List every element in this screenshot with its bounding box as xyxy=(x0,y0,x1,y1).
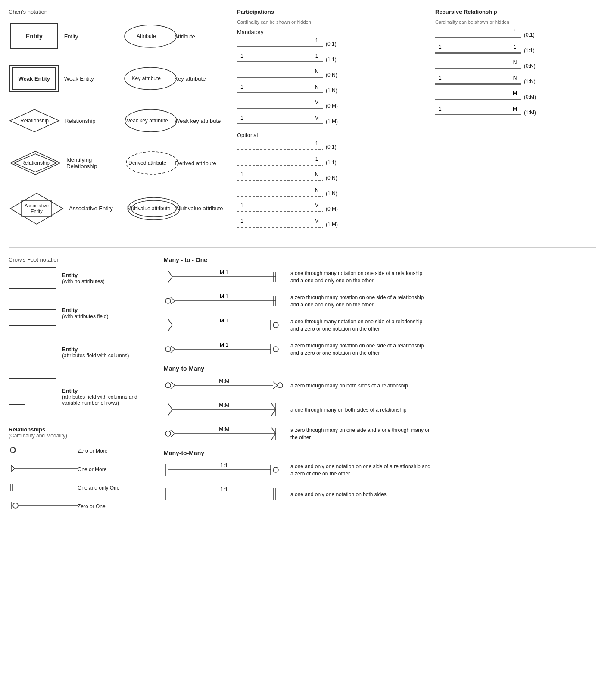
rec-row-11: 1 1 (1:1) xyxy=(435,44,577,56)
diamond-text: Relationship xyxy=(9,118,60,124)
crows-m1-desc-4: a zero through many notation on one side… xyxy=(284,342,431,357)
part-opt-card-0M: (0:M) xyxy=(323,206,345,212)
svg-text:1: 1 xyxy=(514,28,517,34)
rec-row-1M: 1 M (1:M) xyxy=(435,106,577,119)
part-optional-row-01: 1 (0:1) xyxy=(237,141,431,153)
crows-relationships-subtitle: (Cardinality and Modality) xyxy=(9,433,151,439)
participations-title: Participations xyxy=(237,9,431,15)
svg-text:1: 1 xyxy=(240,172,243,178)
svg-text:1: 1 xyxy=(240,53,243,59)
chens-relationship-row: Relationship Relationship Weak key attri… xyxy=(9,106,233,136)
entity-label: Entity xyxy=(60,33,123,40)
svg-line-113 xyxy=(168,403,172,409)
recursive-title: Recursive Relationship xyxy=(435,9,577,15)
svg-point-96 xyxy=(273,322,278,328)
rows-entity-col-right xyxy=(25,388,56,415)
part-mandatory-line-0N: N xyxy=(237,69,323,81)
svg-text:M:1: M:1 xyxy=(220,318,228,324)
crows-11-row-1: 1:1 a one and only one notation on one s… xyxy=(164,462,596,479)
svg-line-122 xyxy=(171,434,175,437)
rec-card-0M: (0:M) xyxy=(521,94,543,100)
svg-point-103 xyxy=(273,347,278,352)
svg-text:N: N xyxy=(315,69,319,75)
cols-entity-right-col xyxy=(25,347,56,367)
crows-rows-entity-label: Entity (attributes field with columns an… xyxy=(62,388,151,406)
crows-entity-cols-row: Entity (attributes field with columns) xyxy=(9,337,151,367)
svg-line-99 xyxy=(171,349,175,353)
part-card-1M: (1:M) xyxy=(323,119,345,125)
one-more-label: One or More xyxy=(78,466,106,472)
rec-card-1M: (1:M) xyxy=(521,109,543,116)
part-mandatory-row-11: 1 1 (1:1) xyxy=(237,53,431,66)
weak-entity-label: Weak Entity xyxy=(60,75,123,82)
identifying-diamond: Relationship xyxy=(9,150,62,176)
entity-symbol: Entity xyxy=(9,23,60,49)
part-card-11: (1:1) xyxy=(323,56,345,62)
svg-text:M:M: M:M xyxy=(219,378,229,384)
part-opt-card-1M: (1:M) xyxy=(323,222,345,228)
crows-mm-line-3: M:M xyxy=(164,426,284,443)
svg-text:1:1: 1:1 xyxy=(221,487,228,493)
svg-text:M:1: M:1 xyxy=(220,294,228,300)
crows-mm-row-1: M:M a zero through many on both sides of… xyxy=(164,377,596,394)
one-only-symbol xyxy=(9,482,78,494)
svg-point-111 xyxy=(278,383,283,388)
svg-text:M: M xyxy=(315,115,319,121)
svg-text:1: 1 xyxy=(439,75,442,81)
attr-entity-shape xyxy=(9,300,56,326)
derived-attribute-label: Derived attribute xyxy=(171,160,233,166)
rec-card-11: (1:1) xyxy=(521,47,543,53)
crows-m1-row-2: M:1 a zero through many notation on one … xyxy=(164,293,596,310)
svg-line-118 xyxy=(271,409,276,416)
part-mandatory-line-11: 1 1 xyxy=(237,53,323,66)
svg-line-110 xyxy=(273,385,278,389)
identifying-relationship-symbol: Relationship xyxy=(9,150,62,176)
participations-subtitle: Cardinality can be shown or hidden xyxy=(237,19,431,25)
recursive-subtitle: Cardinality can be shown or hidden xyxy=(435,19,577,25)
rec-card-0N: (0:N) xyxy=(521,63,543,69)
part-opt-card-11: (1:1) xyxy=(323,159,345,166)
crows-m1-desc-1: a one through many notation on one side … xyxy=(284,270,431,284)
crows-mm-row-2: M:M a one through many on both sides of … xyxy=(164,401,596,419)
svg-line-85 xyxy=(171,301,175,304)
cols-entity-body xyxy=(9,347,56,367)
many-to-many2-title: Many-to-Many xyxy=(164,450,596,456)
part-opt-card-1N: (1:N) xyxy=(323,191,345,197)
crows-m1-line-2: M:1 xyxy=(164,293,284,310)
rows-entity-col-left xyxy=(9,388,25,415)
recursive-section: Recursive Relationship Cardinality can b… xyxy=(431,9,577,239)
svg-line-68 xyxy=(11,469,15,472)
cols-entity-shape xyxy=(9,337,56,367)
zero-one-label: Zero or One xyxy=(78,503,106,509)
mandatory-title: Mandatory xyxy=(237,29,431,35)
svg-text:1: 1 xyxy=(439,106,442,112)
rec-card-01: (0:1) xyxy=(521,32,543,38)
crows-mm-row-3: M:M a zero through many on one side and … xyxy=(164,425,596,443)
svg-text:N: N xyxy=(513,75,517,81)
svg-line-117 xyxy=(271,403,276,409)
crows-diagrams: Many - to - One M:1 a one throu xyxy=(164,256,596,519)
part-optional-row-0N: 1 N (0:N) xyxy=(237,172,431,184)
svg-point-62 xyxy=(10,447,16,453)
svg-text:1: 1 xyxy=(315,38,318,44)
crows-entity-rows-row: Entity (attributes field with columns an… xyxy=(9,378,151,415)
svg-text:M:M: M:M xyxy=(219,402,229,408)
identifying-relationship-label: Identifying Relationship xyxy=(62,156,124,169)
svg-text:M: M xyxy=(315,203,319,209)
optional-title: Optional xyxy=(237,132,431,138)
identifying-diamond-text: Relationship xyxy=(9,160,62,166)
svg-text:1: 1 xyxy=(315,53,318,59)
rec-line-1N: 1 N xyxy=(435,75,521,88)
weak-key-attribute-symbol: Weak key attribute xyxy=(123,108,170,134)
entity-box: Entity xyxy=(10,23,58,49)
rows-entity-divider-1 xyxy=(9,388,25,396)
part-mandatory-row-01: 1 (0:1) xyxy=(237,38,431,50)
svg-text:1: 1 xyxy=(439,44,442,50)
svg-text:N: N xyxy=(513,59,517,66)
rows-entity-body xyxy=(9,388,56,415)
one-more-symbol xyxy=(9,463,78,475)
crows-cols-entity-box xyxy=(9,337,56,367)
part-mandatory-row-0N: N (0:N) xyxy=(237,69,431,81)
many-to-one-title: Many - to - One xyxy=(164,256,596,263)
crows-m1-desc-3: a one through many notation on one side … xyxy=(284,318,431,333)
